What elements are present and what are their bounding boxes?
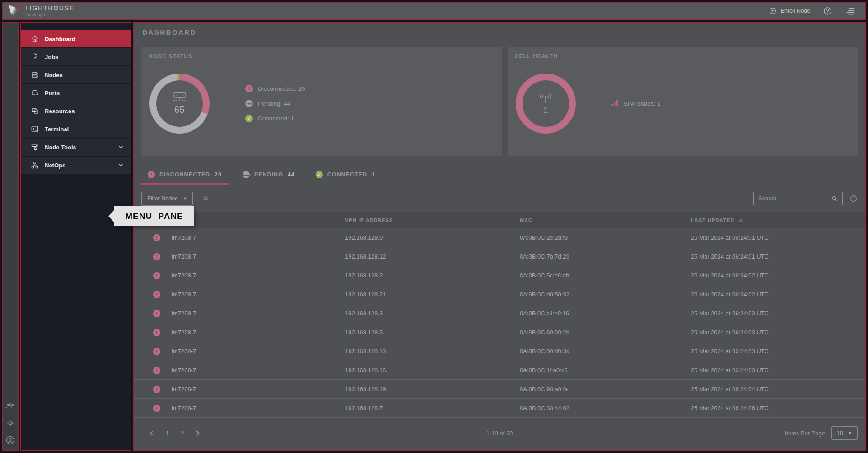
users-icon[interactable] [5,402,15,411]
sidebar-item-label: Node Tools [45,144,76,151]
search-input[interactable] [758,195,831,202]
disconnected-status-icon: ! [153,386,160,393]
chevron-down-icon [118,145,123,149]
enroll-node-button[interactable]: Enroll Node [769,7,810,15]
sidebar-item-jobs[interactable]: Jobs [21,48,131,65]
disconnected-status-icon: ! [153,405,160,412]
table-row[interactable]: ! im7208-7 192.168.128.19 0A:0B:0C:98:a0… [134,380,865,399]
disconnected-status-icon: ! [153,329,160,336]
sidebar-item-dashboard[interactable]: Dashboard [21,30,131,47]
disconnected-status-icon: ! [148,171,155,178]
column-last-updated[interactable]: LAST UPDATED [691,217,858,223]
next-page-icon[interactable] [196,430,200,436]
table-help-icon[interactable] [849,194,858,203]
app-version: 24.05.0p0 [25,13,75,17]
sidebar-item-label: Dashboard [45,36,75,42]
help-icon[interactable] [823,6,832,16]
sidebar-item-label: Jobs [45,54,58,60]
column-name[interactable]: NAME [172,217,345,223]
cell-health-title: CELL HEALTH [515,53,850,60]
resources-icon [31,107,39,115]
tab-count: 20 [215,171,222,178]
sim-issues-label: SIM Issues: 1 [624,100,661,107]
table-row[interactable]: ! im7208-7 192.168.128.16 0A:0B:0C:1f:a0… [134,361,865,380]
chevron-down-icon [118,163,123,167]
column-ip[interactable]: VPN IP ADDRESS [345,217,520,223]
legend-label: Pending: 44 [258,100,290,107]
callout-label: MENU PANE [114,206,194,226]
settings-gear-icon[interactable] [5,418,15,428]
legend-item-connected: ✓ Connected: 1 [245,115,305,122]
pending-status-icon: ●●● [243,171,250,178]
plus-circle-icon [769,7,777,15]
table-row[interactable]: ! im7208-7 192.168.128.5 0A:0B:0C:69:00:… [134,323,865,342]
table-row[interactable]: ! im7208-7 192.168.128.2 0A:0B:0C:5c:e6:… [134,266,865,285]
account-icon[interactable] [5,435,15,445]
table-row[interactable]: ! im7208-7 192.168.128.12 0A:0B:0C:7b:7d… [134,247,865,266]
disconnected-status-icon: ! [153,367,160,374]
pending-status-icon: ●●● [245,100,253,107]
clear-filter-icon[interactable]: ✕ [203,194,209,203]
menu-pane: Dashboard Jobs Nodes [20,22,131,451]
tab-pending[interactable]: ●●● PENDING 44 [243,171,295,184]
sidebar-item-netops[interactable]: NetOps [21,157,131,174]
sidebar-item-label: NetOps [45,162,65,169]
antenna-icon [538,91,553,105]
chevron-down-icon: ▼ [183,196,187,201]
pagination-bar: 1 2 1-10 of 20 Items Per Page 10 ▼ [141,426,858,440]
table-row[interactable]: ! im7208-7 192.168.128.7 0A:0B:0C:38:44:… [134,399,865,418]
disconnected-status-icon: ! [153,234,160,241]
home-icon [31,35,39,43]
disconnected-status-icon: ! [153,310,160,317]
disconnected-status-icon: ! [153,272,160,279]
tab-label: CONNECTED [327,171,367,178]
sidebar-item-label: Nodes [45,72,63,79]
release-notes-icon[interactable] [845,5,856,16]
node-tools-icon [31,143,39,151]
sidebar-item-nodes[interactable]: Nodes [21,66,131,83]
table-row[interactable]: ! im7208-7 192.168.128.21 0A:0B:0C:d0:50… [134,285,865,304]
page-title: DASHBOARD [142,28,865,36]
table-row[interactable]: ! im7208-7 192.168.128.9 0A:0B:0C:2e:2d:… [134,228,865,247]
sidebar-item-resources[interactable]: Resources [21,102,131,120]
disconnected-status-icon: ! [245,85,253,92]
node-status-title: NODE STATUS [149,53,495,60]
tab-connected[interactable]: ✓ CONNECTED 1 [316,171,375,184]
search-box [753,192,843,205]
node-total: 65 [174,105,185,115]
filter-nodes-label: Filter Nodes [147,195,177,202]
jobs-icon [31,53,39,61]
sim-issues-row: SIM Issues: 1 [611,100,661,107]
tab-label: PENDING [254,171,283,178]
tab-label: DISCONNECTED [159,171,210,178]
chevron-down-icon: ▼ [848,431,852,435]
menu-pane-callout: MENU PANE [108,206,194,226]
column-mac[interactable]: MAC [520,217,691,223]
sidebar-item-terminal[interactable]: Terminal [21,120,131,138]
table-row[interactable]: ! im7208-7 192.168.128.13 0A:0B:0C:00:d0… [134,342,865,361]
status-tabs: ! DISCONNECTED 20 ●●● PENDING 44 ✓ CONNE… [141,171,858,184]
nodes-icon [31,71,39,79]
sidebar-item-label: Ports [45,90,60,97]
search-icon [831,195,838,202]
page-number-1[interactable]: 1 [166,430,169,437]
signal-bars-icon [611,100,618,107]
tab-disconnected[interactable]: ! DISCONNECTED 20 [148,171,222,184]
page-number-2[interactable]: 2 [181,430,184,437]
prev-page-icon[interactable] [149,430,154,436]
table-row[interactable]: ! im7208-7 192.168.128.3 0A:0B:0C:c4:e9:… [134,304,865,323]
sidebar-item-label: Terminal [45,126,69,133]
main-content: DASHBOARD NODE STATUS [133,22,866,451]
sidebar-item-ports[interactable]: Ports [21,84,131,102]
items-per-page-select[interactable]: 10 ▼ [831,426,858,440]
legend-item-disconnected: ! Disconnected: 20 [245,85,305,92]
cell-health-ring: 1 [516,74,576,134]
filter-nodes-button[interactable]: Filter Nodes ▼ [141,192,193,206]
terminal-icon [31,125,39,133]
disconnected-status-icon: ! [153,348,160,355]
disconnected-status-icon: ! [153,253,160,260]
app-title: LIGHTHOUSE [25,5,75,12]
callout-arrow-icon [108,210,114,222]
console-server-icon [171,92,189,103]
sidebar-item-node-tools[interactable]: Node Tools [21,139,131,156]
